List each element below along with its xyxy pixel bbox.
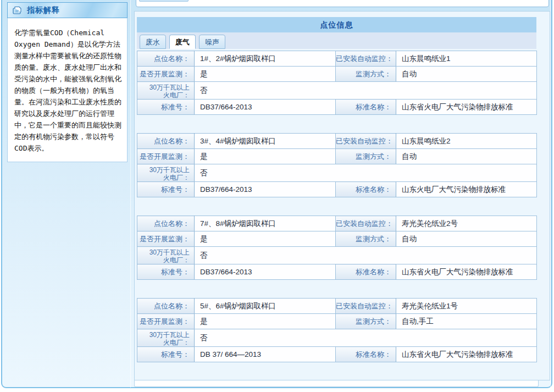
label-point-name: 点位名称： [137,216,195,231]
label-standard-name: 标准名称： [336,347,396,362]
label-standard-name: 标准名称： [336,100,396,115]
value-standard-name: 山东省火电厂大气污染物排放标准 [396,264,537,280]
value-auto-monitor: 寿光美伦纸业1号 [396,299,537,314]
value-point-name: 5#、6#锅炉烟囱取样口 [195,299,336,314]
tab-noise[interactable]: 噪声 [199,35,225,49]
point-record-table-3: 点位名称： 7#、8#锅炉烟囱取样口 已安装自动监控： 寿光美伦纸业2号 是否开… [137,216,537,280]
label-auto-monitor: 已安装自动监控： [336,134,396,149]
tab-waste-gas[interactable]: 废气 [169,35,196,49]
value-monitoring-conducted: 是 [195,314,336,329]
indicator-explanation-text: 化学需氧量COD（Chemical Oxygen Demand）是以化学方法测量… [7,18,128,162]
label-standard-name: 标准名称： [336,264,396,280]
value-point-name: 3#、4#锅炉烟囱取样口 [195,134,336,149]
label-power-plant: 30万千瓦以上火电厂： [137,82,195,100]
value-auto-monitor: 山东晨鸣纸业2 [396,134,537,149]
value-power-plant: 否 [195,82,537,100]
label-standard-no: 标准号： [137,264,195,280]
label-standard-no: 标准号： [137,100,195,115]
value-auto-monitor: 寿光美伦纸业2号 [396,216,537,231]
point-record-table-2: 点位名称： 3#、4#锅炉烟囱取样口 已安装自动监控： 山东晨鸣纸业2 是否开展… [137,133,537,197]
label-monitoring-conducted: 是否开展监测： [137,67,195,82]
label-monitor-method: 监测方式： [336,149,396,164]
panel-title: 点位信息 [137,17,536,32]
value-monitoring-conducted: 是 [195,67,336,82]
value-auto-monitor: 山东晨鸣纸业1 [396,51,537,67]
label-monitor-method: 监测方式： [336,231,396,247]
point-record-table-1: 点位名称： 1#、2#锅炉烟囱取样口 已安装自动监控： 山东晨鸣纸业1 是否开展… [137,51,537,115]
value-power-plant: 否 [195,247,537,264]
label-power-plant: 30万千瓦以上火电厂： [137,164,195,182]
label-power-plant: 30万千瓦以上火电厂： [137,329,195,347]
value-monitor-method: 自动 [396,149,537,164]
value-power-plant: 否 [195,329,537,347]
label-monitoring-conducted: 是否开展监测： [137,149,195,164]
label-auto-monitor: 已安装自动监控： [336,216,396,231]
value-standard-name: 山东火电厂大气污染物排放标准 [396,182,537,197]
label-standard-name: 标准名称： [336,182,396,197]
point-info-panel: 点位信息 废水 废气 噪声 点位名称： 1#、2#锅炉烟囱取样口 已安装自动监控… [134,11,550,380]
label-auto-monitor: 已安装自动监控： [336,51,396,67]
document-icon [13,6,23,15]
value-monitoring-conducted: 是 [195,231,336,247]
label-monitor-method: 监测方式： [336,314,396,329]
value-point-name: 7#、8#锅炉烟囱取样口 [195,216,336,231]
value-standard-no: DB37/664-2013 [195,182,336,197]
value-power-plant: 否 [195,164,537,182]
value-standard-name: 山东省火电厂大气污染物排放标准 [396,100,537,115]
column-separator-right [550,0,551,388]
label-point-name: 点位名称： [137,299,195,314]
indicator-explanation-header: 指标解释 [7,2,128,18]
label-monitoring-conducted: 是否开展监测： [137,231,195,247]
label-power-plant: 30万千瓦以上火电厂： [137,247,195,264]
value-monitor-method: 自动,手工 [396,314,537,329]
value-standard-name: 山东省火电厂大气污染物排放标准 [396,347,537,362]
value-monitor-method: 自动 [396,67,537,82]
label-standard-no: 标准号： [137,182,195,197]
value-monitoring-conducted: 是 [195,149,336,164]
tab-wastewater[interactable]: 废水 [140,35,166,49]
tab-strip: 废水 废气 噪声 [137,32,536,49]
value-point-name: 1#、2#锅炉烟囱取样口 [195,51,336,67]
label-point-name: 点位名称： [137,134,195,149]
label-monitor-method: 监测方式： [336,67,396,82]
value-standard-no: DB37/664-2013 [195,100,336,115]
value-standard-no: DB 37/ 664—2013 [195,347,336,362]
previous-panel-bottom [136,0,549,7]
value-standard-no: DB37/664-2013 [195,264,336,280]
label-auto-monitor: 已安装自动监控： [336,299,396,314]
sidebar-title: 指标解释 [27,5,60,15]
indicator-explanation-panel: 指标解释 化学需氧量COD（Chemical Oxygen Demand）是以化… [7,2,128,162]
panel-bottom-strip [134,380,539,387]
cutoff-tab-stub[interactable] [139,0,189,2]
label-point-name: 点位名称： [137,51,195,67]
value-monitor-method: 自动 [396,231,537,247]
column-separator-left [130,0,131,388]
label-standard-no: 标准号： [137,347,195,362]
point-record-table-4: 点位名称： 5#、6#锅炉烟囱取样口 已安装自动监控： 寿光美伦纸业1号 是否开… [137,298,537,362]
label-monitoring-conducted: 是否开展监测： [137,314,195,329]
